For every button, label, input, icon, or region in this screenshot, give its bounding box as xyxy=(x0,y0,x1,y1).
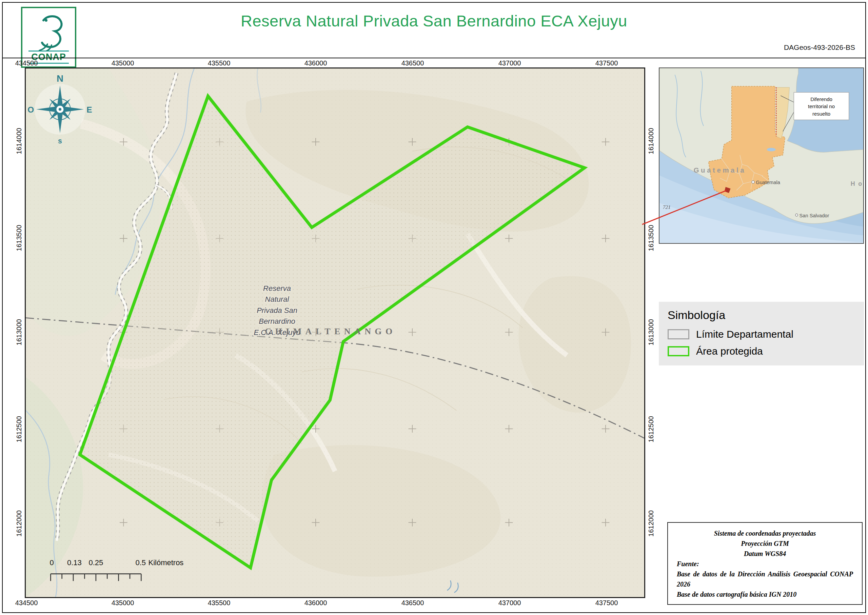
legend-item-protected-area: Área protegida xyxy=(668,345,855,357)
lake-izabal xyxy=(767,148,776,151)
y-tick-label: 1613000 xyxy=(15,319,23,345)
legend-item-label: Área protegida xyxy=(696,345,763,357)
x-tick-label: 437000 xyxy=(498,59,521,67)
x-tick-label: 435500 xyxy=(208,59,231,67)
compass-n-label: N xyxy=(57,73,63,84)
legend-item-departamental: Límite Departamental xyxy=(668,329,855,340)
projection-line: Proyección GTM xyxy=(677,539,853,549)
scale-unit-label: Kilómetros xyxy=(148,558,184,567)
department-name-label: CHIMALTENANGO xyxy=(265,326,396,336)
y-tick-label: 1612000 xyxy=(647,510,655,537)
fuente-label: Fuente: xyxy=(677,559,853,569)
callout-line: resuelto xyxy=(812,111,831,117)
protected-area-swatch xyxy=(668,346,689,356)
x-tick-label: 436500 xyxy=(401,599,424,607)
area-label-line: Natural xyxy=(265,295,290,303)
credits-box: Sistema de coordenadas proyectadas Proye… xyxy=(667,522,863,605)
scale-label-013: 0.13 xyxy=(67,558,82,567)
y-tick-label: 1612500 xyxy=(15,416,23,442)
callout-line: territorial no xyxy=(808,103,835,109)
x-tick-label: 435000 xyxy=(112,59,134,67)
y-tick-label: 1613500 xyxy=(15,225,23,251)
map-canvas: Reserva Natural Privada San Bernardino E… xyxy=(26,69,644,597)
legend-item-label: Límite Departamental xyxy=(696,329,793,340)
scale-label-05: 0.5 xyxy=(135,558,146,567)
legend-title: Simbología xyxy=(668,309,855,322)
road-number-label: 721 xyxy=(663,204,671,210)
y-tick-label: 1612000 xyxy=(15,510,23,537)
country-label: G u a t e m a l a xyxy=(694,167,745,174)
x-tick-label: 435500 xyxy=(208,599,231,607)
city-dot-san-salvador xyxy=(795,214,798,216)
coordinate-system-line: Sistema de coordenadas proyectadas xyxy=(677,528,853,539)
y-tick-label: 1612500 xyxy=(647,416,655,442)
x-tick-label: 437000 xyxy=(498,599,521,607)
document-id: DAGeos-493-2026-BS xyxy=(784,44,855,52)
y-tick-label: 1613000 xyxy=(647,319,655,345)
area-label-line: Reserva xyxy=(263,284,291,293)
y-tick-label: 1614000 xyxy=(647,128,655,154)
city-label-san-salvador: San Salvador xyxy=(799,213,829,219)
city-dot-guatemala xyxy=(752,181,754,183)
header-divider xyxy=(3,58,865,58)
city-label-guatemala: Guatemala xyxy=(756,180,780,185)
source-line: Base de datos de la Dirección Análisis G… xyxy=(677,569,853,589)
area-label-line: Privada San xyxy=(257,306,297,315)
x-tick-label: 436000 xyxy=(304,599,327,607)
datum-line: Datum WGS84 xyxy=(677,549,853,559)
map-title: Reserva Natural Privada San Bernardino E… xyxy=(0,11,868,30)
honduras-label: H o xyxy=(851,180,863,187)
main-map: Reserva Natural Privada San Bernardino E… xyxy=(25,67,645,598)
page-root: CONAP Reserva Natural Privada San Bernar… xyxy=(0,0,868,615)
area-label-line: Bernardino xyxy=(259,317,295,325)
legend-box: Simbología Límite Departamental Área pro… xyxy=(659,302,864,365)
x-tick-label: 436000 xyxy=(304,59,327,67)
x-tick-label: 434500 xyxy=(15,599,38,607)
callout-line: Diferendo xyxy=(810,96,832,102)
x-tick-label: 437500 xyxy=(595,599,618,607)
inset-map: G u a t e m a l a Guatemala San Salvador… xyxy=(659,67,864,244)
compass-o-label: O xyxy=(28,105,34,114)
source-line: Base de datos cartografía básica IGN 201… xyxy=(677,589,853,599)
y-tick-label: 1614000 xyxy=(15,128,23,154)
scale-label-025: 0.25 xyxy=(89,558,103,567)
compass-s-label: s xyxy=(58,137,62,145)
x-tick-label: 434500 xyxy=(15,59,38,67)
scale-label-0: 0 xyxy=(50,558,53,567)
x-tick-label: 435000 xyxy=(112,599,134,607)
x-tick-label: 436500 xyxy=(401,59,424,67)
x-tick-label: 437500 xyxy=(595,59,618,67)
inset-canvas: G u a t e m a l a Guatemala San Salvador… xyxy=(659,68,863,243)
compass-e-label: E xyxy=(86,105,92,114)
y-tick-label: 1613500 xyxy=(647,225,655,251)
department-boundary-swatch xyxy=(668,329,689,339)
